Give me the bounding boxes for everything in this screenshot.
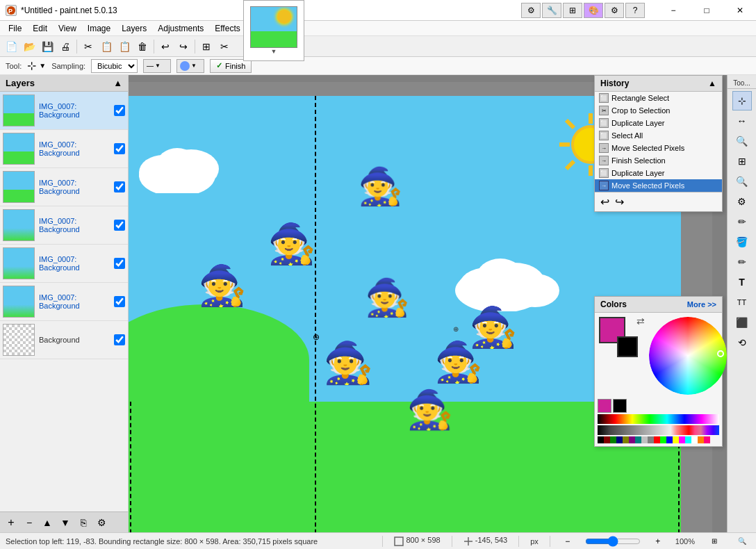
color-wheel-container[interactable]	[649, 317, 727, 395]
top-icon-2[interactable]: 🔧	[542, 3, 561, 18]
layer-item[interactable]: IMG_0007:Background	[0, 130, 128, 168]
palette-cell[interactable]	[660, 436, 666, 443]
color-palette-strip[interactable]	[598, 425, 719, 435]
layers-collapse-icon[interactable]: ▲	[113, 78, 122, 88]
right-tool-color[interactable]: ⬛	[732, 313, 752, 332]
palette-cell[interactable]	[648, 436, 654, 443]
settings-icon-btn[interactable]: ⚙	[605, 3, 624, 18]
tool-selector[interactable]: ⊹	[27, 59, 36, 72]
save-button[interactable]: 💾	[39, 38, 56, 55]
layer-visibility-check[interactable]	[114, 334, 125, 345]
brush-mode[interactable]: — ▼	[143, 59, 171, 73]
move-layer-up-button[interactable]: ▲	[39, 514, 56, 531]
menu-view[interactable]: View	[53, 21, 82, 36]
right-tool-rotate[interactable]: ⟲	[732, 333, 752, 352]
history-item-crop[interactable]: ✂ Crop to Selection	[595, 104, 722, 117]
remove-layer-button[interactable]: −	[21, 514, 38, 531]
color-swap-icon[interactable]: ⇄	[636, 316, 645, 327]
right-tool-search[interactable]: 🔍	[732, 172, 752, 191]
palette-cell[interactable]	[610, 436, 616, 443]
grid-button[interactable]: ⊞	[198, 38, 215, 55]
palette-cell[interactable]	[635, 436, 641, 443]
history-item-rectangle-select[interactable]: ⬜ Rectangle Select	[595, 92, 722, 104]
palette-cell[interactable]	[629, 436, 635, 443]
right-tool-settings[interactable]: ⚙	[732, 192, 752, 211]
menu-image[interactable]: Image	[82, 21, 116, 36]
palette-cell[interactable]	[673, 436, 679, 443]
palette-cell[interactable]	[666, 436, 673, 443]
zoom-plus-button[interactable]: +	[652, 535, 664, 548]
open-button[interactable]: 📂	[21, 38, 38, 55]
layer-visibility-check[interactable]	[114, 181, 125, 192]
palette-cell[interactable]	[616, 436, 623, 443]
menu-layers[interactable]: Layers	[116, 21, 152, 36]
palette-cell[interactable]	[641, 436, 648, 443]
palette-cell[interactable]	[654, 436, 660, 443]
palette-cell[interactable]	[704, 436, 710, 443]
thumbnail-arrow[interactable]: ▼	[271, 48, 277, 55]
help-icon-btn[interactable]: ?	[625, 3, 645, 18]
crop-button[interactable]: ✂	[216, 38, 233, 55]
tool-dropdown-icon[interactable]: ▼	[39, 62, 46, 69]
add-layer-button[interactable]: +	[3, 514, 19, 531]
history-scroll-up[interactable]: ▲	[708, 79, 716, 88]
palette-cell[interactable]	[604, 436, 610, 443]
palette-cell[interactable]	[598, 436, 604, 443]
right-tool-text[interactable]: T	[732, 272, 752, 292]
blend-mode[interactable]: ▼	[176, 59, 204, 73]
zoom-out-button[interactable]: 🔍	[734, 533, 750, 550]
undo-button[interactable]: ↩	[157, 38, 174, 55]
duplicate-layer-footer-button[interactable]: ⎘	[75, 514, 92, 531]
layer-visibility-check[interactable]	[114, 258, 125, 269]
history-item-select-all[interactable]: ⬜ Select All	[595, 129, 722, 142]
right-tool-fill[interactable]: 🪣	[732, 232, 752, 252]
right-tool-shapes[interactable]: TT	[732, 293, 752, 312]
layer-properties-button[interactable]: ⚙	[93, 514, 110, 531]
copy-button[interactable]: 📋	[98, 38, 115, 55]
zoom-slider[interactable]	[585, 536, 641, 547]
top-icon-4[interactable]: 🎨	[584, 3, 603, 18]
sampling-select[interactable]: Bicubic Bilinear Point	[91, 59, 138, 73]
cut-button[interactable]: ✂	[80, 38, 97, 55]
history-item-duplicate2[interactable]: ⬜ Duplicate Layer	[595, 167, 722, 179]
menu-file[interactable]: File	[3, 21, 27, 36]
new-button[interactable]: 📄	[3, 38, 19, 55]
redo-button[interactable]: ↪	[175, 38, 192, 55]
right-tool-brush[interactable]: ✏	[732, 252, 752, 272]
palette-cell[interactable]	[691, 436, 698, 443]
paste-button[interactable]: 📋	[116, 38, 133, 55]
close-button[interactable]: ✕	[724, 0, 756, 21]
layer-item-background[interactable]: Background	[0, 321, 128, 359]
top-icon-1[interactable]: ⚙	[521, 3, 541, 18]
layer-visibility-check[interactable]	[114, 143, 125, 154]
delete-button[interactable]: 🗑	[134, 38, 151, 55]
print-button[interactable]: 🖨	[57, 38, 74, 55]
palette-cell[interactable]	[685, 436, 691, 443]
secondary-color[interactable]	[617, 336, 638, 357]
layer-item[interactable]: IMG_0007:Background	[0, 245, 128, 283]
history-redo-btn[interactable]: ↪	[615, 195, 624, 208]
fit-canvas-button[interactable]: ⊞	[706, 533, 723, 550]
menu-adjustments[interactable]: Adjustments	[152, 21, 209, 36]
right-tool-move[interactable]: ↔	[732, 111, 752, 131]
zoom-minus-button[interactable]: −	[561, 535, 574, 548]
right-tool-zoom[interactable]: 🔍	[732, 131, 752, 151]
hue-gradient[interactable]	[598, 414, 719, 424]
palette-cell[interactable]	[623, 436, 629, 443]
layer-visibility-check[interactable]	[114, 105, 125, 116]
history-item-duplicate1[interactable]: ⬜ Duplicate Layer	[595, 117, 722, 129]
history-item-move2[interactable]: → Move Selected Pixels	[595, 179, 722, 192]
history-item-finish[interactable]: → Finish Selection	[595, 154, 722, 167]
menu-effects[interactable]: Effects	[209, 21, 245, 36]
canvas-area[interactable]: 🧙 🧙 🧙 🧙 🧙 🧙 🧙 🧙 ⊕	[129, 75, 756, 532]
layer-item[interactable]: IMG_0007:Background	[0, 206, 128, 245]
palette-cell[interactable]	[679, 436, 685, 443]
right-tool-grid[interactable]: ⊞	[732, 151, 752, 171]
colors-more-button[interactable]: More >>	[687, 300, 716, 309]
move-layer-down-button[interactable]: ▼	[57, 514, 74, 531]
palette-cell[interactable]	[698, 436, 704, 443]
menu-edit[interactable]: Edit	[27, 21, 53, 36]
layer-item[interactable]: IMG_0007:Background	[0, 283, 128, 321]
top-icon-3[interactable]: ⊞	[563, 3, 582, 18]
layer-visibility-check[interactable]	[114, 296, 125, 307]
